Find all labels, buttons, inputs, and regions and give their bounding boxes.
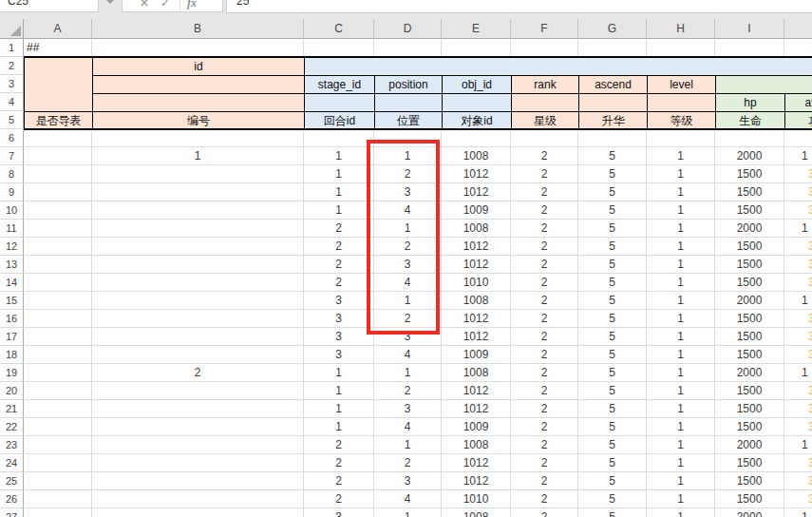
cell-G6[interactable] bbox=[578, 129, 647, 147]
cell-F17[interactable]: 2 bbox=[511, 328, 578, 346]
cell-J9[interactable]: 3 bbox=[784, 183, 812, 201]
cell-F22[interactable]: 2 bbox=[511, 418, 578, 436]
col-header-E[interactable]: E bbox=[442, 19, 511, 39]
col-header-G[interactable]: G bbox=[578, 19, 647, 39]
cell-J8[interactable]: 3 bbox=[784, 165, 812, 183]
merged-cell-A2[interactable] bbox=[24, 57, 92, 111]
cell-C14[interactable]: 2 bbox=[304, 274, 374, 292]
cell-G8[interactable]: 5 bbox=[578, 165, 647, 183]
cell-D20[interactable]: 2 bbox=[374, 382, 442, 400]
merged-cell-I3[interactable] bbox=[715, 75, 812, 93]
cell-G9[interactable]: 5 bbox=[578, 183, 647, 201]
merged-cell-C2[interactable] bbox=[304, 57, 812, 75]
cell-B27[interactable] bbox=[92, 508, 304, 517]
header-cell-F3[interactable]: rank bbox=[511, 75, 578, 93]
cell-B7[interactable]: 1 bbox=[92, 147, 304, 165]
cell-J18[interactable]: 3 bbox=[784, 346, 812, 364]
cell-F25[interactable]: 2 bbox=[511, 472, 578, 490]
name-box[interactable]: C25 bbox=[0, 0, 99, 12]
cell-D1[interactable] bbox=[374, 39, 442, 57]
cell-D21[interactable]: 3 bbox=[374, 400, 442, 418]
cell-B18[interactable] bbox=[92, 346, 304, 364]
row-header-22[interactable]: 22 bbox=[0, 418, 24, 436]
cell-F9[interactable]: 2 bbox=[511, 183, 578, 201]
cell-D8[interactable]: 2 bbox=[374, 165, 442, 183]
header-cell-J4[interactable]: attack bbox=[784, 93, 812, 111]
row-header-25[interactable]: 25 bbox=[0, 472, 24, 490]
cell-H17[interactable]: 1 bbox=[647, 328, 715, 346]
cell-F21[interactable]: 2 bbox=[511, 400, 578, 418]
cell-F8[interactable]: 2 bbox=[511, 165, 578, 183]
cell-B10[interactable] bbox=[92, 201, 304, 220]
cell-I19[interactable]: 2000 bbox=[715, 364, 784, 382]
row-header-10[interactable]: 10 bbox=[0, 201, 24, 220]
header-cell-C5[interactable]: 回合id bbox=[304, 111, 374, 129]
col-header-J[interactable]: J bbox=[784, 19, 812, 39]
cell-G18[interactable]: 5 bbox=[578, 346, 647, 364]
cell-F7[interactable]: 2 bbox=[511, 147, 578, 165]
cell-G24[interactable]: 5 bbox=[578, 454, 647, 472]
header-cell-C4[interactable] bbox=[304, 93, 374, 111]
row-header-9[interactable]: 9 bbox=[0, 183, 24, 201]
cell-H10[interactable]: 1 bbox=[647, 201, 715, 220]
cell-H7[interactable]: 1 bbox=[647, 147, 715, 165]
cell-B26[interactable] bbox=[92, 490, 304, 508]
cell-B22[interactable] bbox=[92, 418, 304, 436]
cell-D19[interactable]: 1 bbox=[374, 364, 442, 382]
cell-I9[interactable]: 1500 bbox=[715, 183, 784, 201]
header-cell-G5[interactable]: 升华 bbox=[578, 111, 647, 129]
cell-F16[interactable]: 2 bbox=[511, 310, 578, 328]
cell-D17[interactable]: 3 bbox=[374, 328, 442, 346]
cell-F19[interactable]: 2 bbox=[511, 364, 578, 382]
cell-D11[interactable]: 1 bbox=[374, 220, 442, 238]
cell-B1[interactable] bbox=[92, 39, 304, 57]
cell-F24[interactable]: 2 bbox=[511, 454, 578, 472]
cell-E7[interactable]: 1008 bbox=[442, 147, 511, 165]
header-cell-G4[interactable] bbox=[578, 93, 647, 111]
row-header-2[interactable]: 2 bbox=[0, 57, 24, 75]
cell-E25[interactable]: 1012 bbox=[442, 472, 511, 490]
header-cell-I4[interactable]: hp bbox=[715, 93, 784, 111]
cell-I16[interactable]: 1500 bbox=[715, 310, 784, 328]
row-header-18[interactable]: 18 bbox=[0, 346, 24, 364]
header-cell-H4[interactable] bbox=[647, 93, 715, 111]
row-header-26[interactable]: 26 bbox=[0, 490, 24, 508]
cell-E18[interactable]: 1009 bbox=[442, 346, 511, 364]
cell-C21[interactable]: 1 bbox=[304, 400, 374, 418]
cell-F11[interactable]: 2 bbox=[511, 220, 578, 238]
cell-G11[interactable]: 5 bbox=[578, 220, 647, 238]
cell-C23[interactable]: 2 bbox=[304, 436, 374, 454]
cell-D25[interactable]: 3 bbox=[374, 472, 442, 490]
row-header-4[interactable]: 4 bbox=[0, 93, 24, 111]
cell-A13[interactable] bbox=[24, 256, 92, 274]
cell-J11[interactable]: 1 bbox=[784, 220, 812, 238]
cell-D24[interactable]: 2 bbox=[374, 454, 442, 472]
cell-A20[interactable] bbox=[24, 382, 92, 400]
row-header-12[interactable]: 12 bbox=[0, 238, 24, 256]
header-cell-E3[interactable]: obj_id bbox=[442, 75, 511, 93]
row-header-1[interactable]: 1 bbox=[0, 39, 24, 57]
cell-J15[interactable]: 1 bbox=[784, 292, 812, 310]
col-header-I[interactable]: I bbox=[715, 19, 784, 39]
col-header-C[interactable]: C bbox=[304, 19, 374, 39]
cell-G1[interactable] bbox=[578, 39, 647, 57]
cell-B15[interactable] bbox=[92, 292, 304, 310]
cell-H11[interactable]: 1 bbox=[647, 220, 715, 238]
cell-H24[interactable]: 1 bbox=[647, 454, 715, 472]
cell-J25[interactable]: 3 bbox=[784, 472, 812, 490]
cell-E14[interactable]: 1010 bbox=[442, 274, 511, 292]
row-header-27[interactable]: 27 bbox=[0, 508, 24, 517]
cell-D10[interactable]: 4 bbox=[374, 201, 442, 220]
cell-E6[interactable] bbox=[442, 129, 511, 147]
cell-C17[interactable]: 3 bbox=[304, 328, 374, 346]
cell-A17[interactable] bbox=[24, 328, 92, 346]
cell-E27[interactable]: 1008 bbox=[442, 508, 511, 517]
header-cell-I5[interactable]: 生命 bbox=[715, 111, 784, 129]
cell-E13[interactable]: 1012 bbox=[442, 256, 511, 274]
row-header-19[interactable]: 19 bbox=[0, 364, 24, 382]
cell-H8[interactable]: 1 bbox=[647, 165, 715, 183]
cell-J17[interactable]: 3 bbox=[784, 328, 812, 346]
cell-A8[interactable] bbox=[24, 165, 92, 183]
cell-I10[interactable]: 1500 bbox=[715, 201, 784, 220]
cell-A22[interactable] bbox=[24, 418, 92, 436]
